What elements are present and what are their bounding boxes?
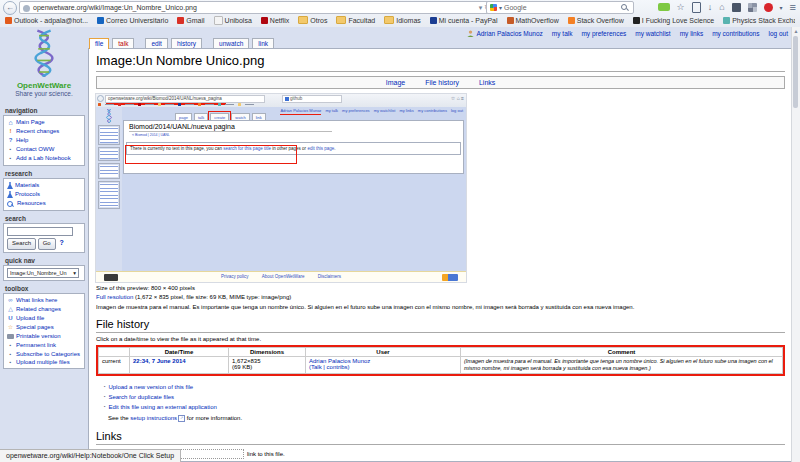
search-box[interactable]: ▾ Google [486, 1, 634, 14]
bullet-icon: ▪ [7, 358, 14, 366]
image-preview[interactable]: openwetware.org/wiki/Biomod/2014/UANL/nu… [96, 94, 466, 282]
bookmark-item[interactable]: Netflix [261, 17, 289, 24]
portlet-navigation: navigation ⌂Main Page !Recent changes ?H… [3, 107, 85, 166]
file-history-heading: File history [96, 318, 785, 333]
external-link-icon: ↗ [178, 415, 185, 422]
sidebar-item-printable-version[interactable]: Printable version [7, 332, 82, 341]
embedded-back-icon [97, 95, 104, 102]
messenger-icon[interactable] [658, 3, 670, 11]
url-bar[interactable]: openwetware.org/wiki/Image:Un_Nombre_Uni… [19, 1, 494, 14]
file-actions-list: Upload a new version of this file Search… [104, 382, 785, 412]
embedded-search-engine-icon [285, 97, 289, 101]
my-links-link[interactable]: my links [680, 30, 703, 37]
logo-tagline: Share your science. [0, 90, 88, 98]
adblock-icon[interactable] [764, 3, 773, 12]
sidebar-item-main-page[interactable]: ⌂Main Page [7, 118, 82, 127]
bookmark-star-icon[interactable]: ☆ [677, 1, 685, 13]
sidebar-item-help[interactable]: ?Help [7, 136, 82, 145]
bookmark-item[interactable]: I Fucking Love Science [633, 17, 714, 24]
search-icon[interactable] [621, 4, 627, 10]
sidebar-item-resources[interactable]: Resources [7, 199, 82, 208]
sidebar-item-upload-multiple[interactable]: ▪Upload multiple files [7, 358, 82, 366]
search-help-link[interactable]: ? [59, 239, 63, 246]
user-page-link[interactable]: Adrian Palacios Munoz [467, 30, 542, 37]
clipboard-icon[interactable] [692, 2, 701, 13]
sidebar-item-upload-file[interactable]: UUpload file [7, 314, 82, 323]
list-item: Search for duplicate files [104, 392, 785, 402]
toc-links-link[interactable]: Links [479, 79, 495, 86]
bookmark-item[interactable]: Unibolsa [214, 16, 252, 25]
bookmark-item[interactable]: Otros [298, 16, 327, 24]
bookmark-item[interactable]: Correo Universitario [97, 17, 168, 24]
search-engine-dropdown-icon[interactable]: ▾ [499, 5, 502, 11]
sidebar-item-contact-oww[interactable]: ▪Contact OWW [7, 145, 82, 154]
bookmark-item[interactable]: Outlook - adpala@hot... [5, 17, 88, 24]
openwetware-logo[interactable]: OpenWetWare Share your science. [0, 27, 88, 103]
my-talk-link[interactable]: my talk [552, 30, 573, 37]
sidebar-item-add-lab-notebook[interactable]: ▪Add a Lab Notebook [7, 154, 82, 163]
bookmark-item[interactable]: Idiomas [384, 16, 421, 24]
scrollbar-thumb[interactable] [793, 36, 798, 108]
adblock-dropdown-icon[interactable]: ▾ [780, 4, 783, 11]
main-column: Adrian Palacios Munoz my talk my prefere… [88, 27, 792, 462]
hovered-link-outline[interactable] [172, 449, 244, 459]
portlet-header: search [5, 215, 85, 222]
vertical-scrollbar[interactable]: ▲ [791, 27, 800, 462]
embedded-license-badge [104, 274, 118, 281]
sidebar-search-input[interactable] [7, 227, 73, 236]
user-talk-contribs[interactable]: (Talk | contribs) [309, 364, 457, 370]
edit-external-app-link[interactable]: Edit this file using an external applica… [108, 404, 216, 410]
my-contributions-link[interactable]: my contributions [712, 30, 759, 37]
setup-instructions-link[interactable]: setup instructions [130, 415, 177, 421]
star-icon: ☆ [7, 323, 14, 332]
home-icon[interactable]: ⌂ [719, 1, 724, 13]
tab-groups-icon[interactable] [748, 3, 757, 12]
search-engine-label: Google [504, 4, 527, 11]
bullet-icon: ▪ [7, 341, 14, 350]
bookmark-item[interactable]: MathOverflow [507, 17, 559, 24]
datetime-link[interactable]: 22:34, 7 June 2014 [133, 358, 186, 364]
bookmark-label: Facultad [348, 17, 375, 24]
scroll-up-icon[interactable]: ▲ [792, 27, 800, 35]
menu-icon[interactable]: ≡ [790, 1, 796, 13]
triangle-icon: △ [7, 305, 14, 314]
search-button[interactable]: Search [7, 238, 36, 250]
my-preferences-link[interactable]: my preferences [581, 30, 626, 37]
toc-file-history-link[interactable]: File history [425, 79, 459, 86]
bookmark-item[interactable]: Gmail [177, 17, 204, 24]
sidebar-item-materials[interactable]: Materials [7, 181, 82, 190]
sidebar-item-related-changes[interactable]: △Related changes [7, 305, 82, 314]
tab-file[interactable]: file [89, 38, 109, 49]
bookmark-item[interactable]: Facultad [336, 16, 375, 24]
full-resolution-link[interactable]: Full resolution [96, 294, 133, 300]
extension-icon[interactable] [732, 3, 741, 12]
back-button[interactable]: ← [3, 1, 17, 15]
sidebar-item-what-links-here[interactable]: ∞What links here [7, 296, 82, 305]
toc-image-link[interactable]: Image [386, 79, 405, 86]
log-out-link[interactable]: log out [768, 30, 788, 37]
bookmark-item[interactable]: Stack Overflow [568, 17, 624, 24]
go-button[interactable]: Go [38, 238, 56, 250]
sidebar-item-special-pages[interactable]: ☆Special pages [7, 323, 82, 332]
bookmark-item[interactable]: Physics Stack Exchange [723, 17, 795, 24]
upload-new-version-link[interactable]: Upload a new version of this file [108, 384, 193, 390]
links-line: link to this file. [96, 449, 785, 459]
bookmark-favicon [214, 16, 223, 25]
sidebar-item-permanent-link[interactable]: ▪Permanent link [7, 341, 82, 350]
bookmark-label: Otros [310, 17, 327, 24]
red-annotation-box-message [125, 145, 297, 164]
downloads-icon[interactable]: ↓ [708, 1, 713, 13]
bookmark-item[interactable]: Mi cuenta - PayPal [430, 17, 498, 24]
bookmark-label: Netflix [270, 17, 289, 24]
quick-nav-select[interactable]: Image:Un_Nombre_Un ▾ [7, 268, 79, 278]
bookmark-label: Mi cuenta - PayPal [439, 17, 498, 24]
search-duplicates-link[interactable]: Search for duplicate files [108, 394, 174, 400]
search-engine-icon [490, 4, 497, 11]
bookmark-favicon [97, 17, 104, 24]
sidebar-item-recent-changes[interactable]: !Recent changes [7, 127, 82, 136]
sidebar-item-protocols[interactable]: Protocols [7, 190, 82, 199]
sidebar-item-subscribe-categories[interactable]: ▪Subscribe to Categories [7, 350, 82, 358]
my-watchlist-link[interactable]: my watchlist [635, 30, 670, 37]
url-dropdown-icon[interactable]: ▾ [479, 4, 483, 11]
page-title: Image:Un Nombre Unico.png [96, 53, 785, 72]
